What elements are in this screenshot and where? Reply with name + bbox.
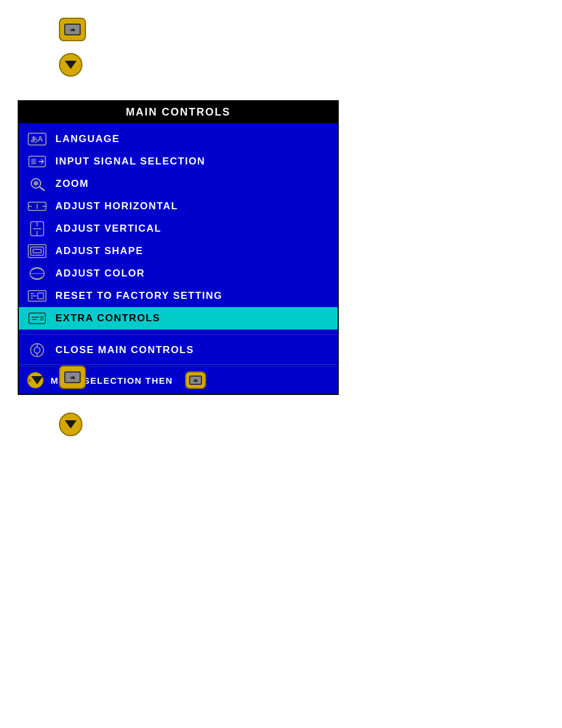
close-main-label: CLOSE MAIN CONTROLS: [55, 344, 194, 356]
ok-badge-footer-label: ok: [194, 378, 197, 383]
ok-badge-icon-top[interactable]: ok: [59, 18, 86, 41]
menu-item-extra-controls[interactable]: EXTRA CONTROLS: [19, 307, 338, 330]
adjust-color-icon: [27, 265, 47, 282]
adjust-shape-label: ADJUST SHAPE: [55, 245, 143, 257]
adjust-vertical-label: ADJUST VERTICAL: [55, 223, 161, 235]
language-icon: あA: [27, 131, 47, 147]
ok-badge-bottom-label: ok: [70, 375, 74, 380]
menu-items-list: あA LANGUAGE INPUT SIGNAL SELECTION: [19, 123, 338, 332]
menu-title: MAIN CONTROLS: [126, 106, 231, 118]
menu-item-adjust-horizontal[interactable]: ADJUST HORIZONTAL: [19, 195, 338, 218]
ok-badge-footer-inner: ok: [189, 375, 202, 385]
reset-factory-label: RESET TO FACTORY SETTING: [55, 290, 223, 302]
bottom-icons-group: ok: [59, 365, 86, 436]
ok-badge-footer: ok: [185, 371, 206, 389]
ok-badge-inner: ok: [64, 24, 81, 35]
down-arrow-icon-bottom[interactable]: [59, 413, 82, 436]
page-wrapper: ok MAIN CONTROLS あA LANGUAGE: [0, 0, 562, 728]
menu-item-zoom[interactable]: ZOOM: [19, 173, 338, 195]
down-arrow-icon-top[interactable]: [59, 53, 82, 77]
adjust-horizontal-icon: [27, 198, 47, 215]
zoom-icon: [27, 176, 47, 192]
menu-item-close[interactable]: CLOSE MAIN CONTROLS: [19, 337, 338, 363]
svg-rect-20: [33, 249, 41, 253]
menu-item-reset-factory[interactable]: RESET TO FACTORY SETTING: [19, 285, 338, 307]
svg-rect-31: [40, 316, 44, 321]
ok-badge-label: ok: [70, 27, 74, 32]
zoom-label: ZOOM: [55, 178, 89, 190]
language-label: LANGUAGE: [55, 133, 120, 145]
svg-line-7: [39, 187, 44, 190]
ok-badge-footer-icon: ok: [185, 371, 206, 389]
menu-title-bar: MAIN CONTROLS: [19, 101, 338, 123]
svg-text:あA: あA: [31, 135, 43, 143]
up-arrow-icon: [27, 372, 44, 388]
svg-point-33: [34, 347, 40, 353]
main-controls-panel: MAIN CONTROLS あA LANGUAGE: [18, 100, 339, 395]
nav-arrows-icon: [27, 372, 44, 388]
extra-controls-label: EXTRA CONTROLS: [55, 312, 160, 324]
svg-rect-3: [31, 159, 36, 164]
input-signal-label: INPUT SIGNAL SELECTION: [55, 156, 206, 167]
adjust-vertical-icon: [27, 220, 47, 237]
menu-item-adjust-color[interactable]: ADJUST COLOR: [19, 262, 338, 285]
close-main-icon: [27, 342, 47, 358]
adjust-horizontal-label: ADJUST HORIZONTAL: [55, 200, 178, 212]
divider: [19, 334, 338, 335]
extra-controls-icon: [27, 310, 47, 327]
ok-badge-icon-bottom[interactable]: ok: [59, 365, 86, 389]
adjust-color-label: ADJUST COLOR: [55, 268, 145, 279]
input-signal-icon: [27, 153, 47, 170]
top-icons-group: ok: [59, 18, 86, 77]
reset-factory-icon: [27, 288, 47, 304]
footer-divider: [19, 364, 338, 365]
svg-rect-27: [38, 293, 44, 299]
menu-item-adjust-shape[interactable]: ADJUST SHAPE: [19, 240, 338, 262]
adjust-shape-icon: [27, 243, 47, 259]
ok-badge-bottom-inner: ok: [64, 371, 81, 383]
menu-item-language[interactable]: あA LANGUAGE: [19, 128, 338, 150]
menu-item-adjust-vertical[interactable]: ADJUST VERTICAL: [19, 218, 338, 240]
menu-item-input-signal[interactable]: INPUT SIGNAL SELECTION: [19, 150, 338, 173]
